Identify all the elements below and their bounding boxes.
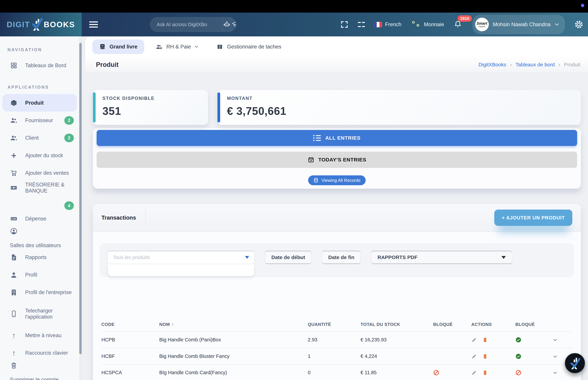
notifications-button[interactable]: 1910 — [454, 20, 462, 29]
cell-qty: 1 — [308, 353, 360, 359]
sidebar-item-mettre-a-niveau[interactable]: ↑ Mettre à niveau — [2, 327, 77, 344]
sidebar-item-telecharger-application[interactable]: Telecharger l'application — [2, 301, 77, 327]
breadcrumb-dashboards[interactable]: Tableaux de bord — [515, 62, 555, 68]
end-date-button[interactable]: Date de fin — [322, 250, 360, 264]
col-name[interactable]: NOM↑ — [159, 322, 308, 327]
currency-label: Monnaie — [424, 21, 444, 28]
list-icon — [313, 135, 321, 141]
sidebar-item-label: Salles des utilisateurs — [10, 242, 61, 248]
cell-qty: 2.93 — [308, 337, 360, 342]
fullscreen-icon[interactable] — [340, 20, 349, 29]
sidebar-item-produit[interactable]: Produit — [2, 94, 77, 112]
transactions-header: Transactions + AJOUTER UN PRODUIT — [93, 204, 581, 232]
sidebar-item-profil-entreprise[interactable]: Profil de l'entreprise — [2, 284, 77, 301]
amount-card: MONTANT € 3,750,661 — [217, 90, 581, 125]
status-blocked-icon[interactable] — [433, 370, 471, 376]
edit-pencil-icon[interactable] — [471, 337, 477, 343]
todays-entries-button[interactable]: TODAY'S ENTRIES — [97, 152, 577, 168]
amount-value: € 3,750,661 — [227, 105, 581, 117]
all-entries-button[interactable]: ALL ENTRIES — [97, 130, 577, 146]
product-filter-select[interactable]: Tous les produits — [108, 250, 255, 264]
tab-gestionnaire-de-taches[interactable]: Gestionnaire de taches — [209, 39, 288, 54]
col-total[interactable]: TOTAL DU STOCK — [360, 322, 433, 327]
start-date-button[interactable]: Date de début — [265, 250, 311, 264]
sidebar-item-raccourcis-clavier[interactable]: ↑ Raccourcis clavier — [2, 344, 77, 362]
col-blocked[interactable]: BLOQUÉ — [433, 322, 471, 327]
sidebar-item-ajouter-du-stock[interactable]: + Ajouter du stock — [2, 147, 77, 164]
product-box-icon — [10, 99, 18, 107]
sidebar-item-label: Ajouter des ventes — [25, 170, 69, 176]
edit-pencil-icon[interactable] — [471, 353, 477, 359]
viewing-records-chip[interactable]: Viewing All Records — [308, 175, 365, 185]
arrow-up-icon: ↑ — [10, 332, 18, 339]
graduation-cap-icon[interactable] — [231, 17, 236, 32]
delete-trash-icon[interactable] — [482, 337, 488, 343]
scrollbar-thumb[interactable] — [79, 43, 82, 354]
status-active-icon[interactable] — [515, 353, 552, 360]
settings-gear-icon[interactable] — [574, 20, 584, 29]
logo-x-icon — [30, 17, 43, 32]
count-badge: 4 — [64, 201, 74, 210]
select-dropdown-shadow — [108, 264, 254, 276]
sidebar-scrollbar[interactable] — [79, 37, 82, 380]
sidebar-item-label: Dépense — [25, 216, 46, 222]
french-flag-icon — [374, 22, 382, 27]
pdf-reports-select[interactable]: RAPPORTS PDF — [371, 250, 512, 264]
count-badge: 2 — [64, 116, 74, 125]
col-blocked2[interactable]: BLOQUÉ — [515, 322, 552, 327]
sidebar-item-label: Telecharger l'application — [25, 308, 68, 320]
breadcrumb-home[interactable]: DigitXBooks — [478, 62, 506, 68]
recording-dot-icon — [581, 4, 584, 7]
brand-floating-button[interactable] — [565, 353, 585, 373]
edit-pencil-icon[interactable] — [471, 370, 477, 376]
tab-grand-livre[interactable]: Grand livre — [92, 39, 144, 54]
ai-search-bar[interactable] — [150, 17, 236, 32]
sidebar-item-ajouter-des-ventes[interactable]: Ajouter des ventes — [2, 164, 77, 182]
language-selector[interactable]: French — [374, 21, 401, 28]
cell-name: BIg Handle Comb Card(Fancy) — [159, 370, 308, 375]
user-menu[interactable]: Smart Fashion Mohsin Nawab Chandna — [473, 15, 565, 34]
sidebar-item-tresorerie-banque[interactable]: TRÉSORERIE & BANQUE 4 — [2, 182, 77, 210]
delete-trash-icon[interactable] — [482, 370, 488, 376]
stock-value: 351 — [102, 105, 208, 117]
delete-trash-icon[interactable] — [482, 353, 488, 359]
tab-label: RH & Paie — [166, 44, 191, 50]
sidebar-item-salles-des-utilisateurs[interactable]: Salles des utilisateurs — [2, 228, 77, 248]
filters-panel: Tous les produits Date de début Date de … — [100, 243, 574, 277]
count-badge: 2 — [64, 134, 74, 142]
all-entries-label: ALL ENTRIES — [325, 135, 360, 141]
currency-selector[interactable]: $ € Monnaie — [411, 19, 444, 30]
hamburger-menu-icon[interactable] — [89, 21, 99, 28]
sidebar-item-depense[interactable]: $ Dépense — [2, 210, 77, 228]
col-qty[interactable]: QUANTITÉ — [308, 322, 360, 327]
apps-grid-icon[interactable] — [358, 21, 365, 28]
sidebar-item-rapports[interactable]: Rapports — [2, 248, 77, 266]
sidebar-item-label: Profil — [25, 272, 37, 278]
sidebar-item-label: Profil de l'entreprise — [25, 289, 72, 295]
app-bar: DIGIT BOOKS — [0, 13, 588, 37]
cart-icon — [10, 169, 18, 177]
ai-search-input[interactable] — [150, 17, 223, 32]
status-active-icon[interactable] — [515, 337, 552, 343]
cell-code: HCSPCA — [101, 370, 159, 375]
cell-name: Big Handle Comb Bluster Fancy — [159, 353, 308, 359]
col-code[interactable]: CODE — [101, 322, 159, 327]
stock-card: STOCK DISPONIBLE 351 — [93, 90, 208, 125]
sidebar-item-fournisseur[interactable]: Fournisseur 2 — [2, 112, 77, 129]
add-product-button[interactable]: + AJOUTER UN PRODUIT — [494, 209, 572, 226]
vertical-divider — [145, 209, 146, 227]
report-file-icon — [10, 254, 18, 261]
chevron-down-icon — [195, 45, 198, 48]
app-logo[interactable]: DIGIT BOOKS — [0, 13, 82, 37]
status-blocked-icon[interactable] — [515, 370, 552, 376]
amount-label: MONTANT — [227, 96, 581, 101]
sidebar-item-tableaux-de-bord[interactable]: Tableaux de Bord — [2, 57, 77, 74]
tab-rh-paie[interactable]: RH & Paie — [149, 39, 205, 54]
sidebar-item-client[interactable]: Client 2 — [2, 129, 77, 147]
sidebar-item-profil[interactable]: Profil — [2, 266, 77, 284]
end-date-label: Date de fin — [328, 254, 354, 260]
sidebar-item-supprimer-le-compte[interactable]: Supprimer le compte Attention — [2, 362, 77, 380]
cell-code: HCBF — [101, 353, 159, 359]
row-expand-chevron[interactable] — [552, 337, 572, 343]
robot-icon[interactable] — [223, 17, 231, 32]
